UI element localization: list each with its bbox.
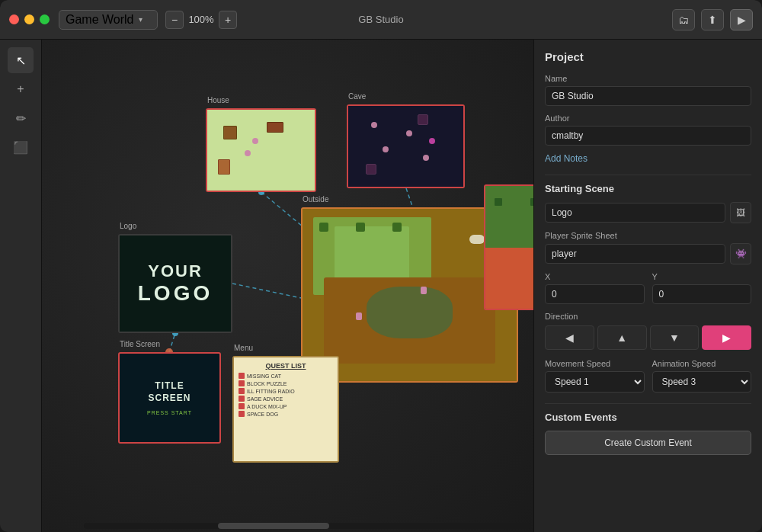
house-scene[interactable]: House bbox=[206, 108, 316, 192]
menu-item-icon bbox=[239, 388, 245, 394]
cursor-icon: ↖ bbox=[16, 53, 26, 68]
player-sprite-field: 👾 bbox=[545, 243, 751, 264]
menu-item-label: SPACE DOG bbox=[247, 412, 278, 417]
cave-label: Cave bbox=[348, 92, 366, 101]
starting-scene-icon-btn[interactable]: 🖼 bbox=[730, 202, 751, 223]
custom-events-title: Custom Events bbox=[545, 412, 751, 423]
zoom-controls: − 100% + bbox=[165, 11, 237, 29]
outside-label: Outside bbox=[303, 195, 328, 204]
create-custom-event-button[interactable]: Create Custom Event bbox=[545, 431, 751, 455]
eraser-icon: ✏ bbox=[16, 111, 26, 126]
play-icon: ▶ bbox=[738, 14, 746, 26]
svg-line-2 bbox=[232, 284, 305, 299]
house-label: House bbox=[207, 96, 229, 104]
menu-item-label: BLOCK PUZZLE bbox=[247, 381, 287, 386]
box-tool-button[interactable]: ⬛ bbox=[8, 134, 34, 160]
minimize-button[interactable] bbox=[24, 14, 34, 24]
add-icon: + bbox=[17, 82, 24, 96]
title-scene[interactable]: Title Screen TITLESCREEN PRESS START bbox=[118, 352, 221, 444]
play-button[interactable]: ▶ bbox=[730, 9, 753, 30]
press-start-text: PRESS START bbox=[147, 410, 192, 415]
select-tool-button[interactable]: ↖ bbox=[8, 47, 34, 73]
add-notes-link[interactable]: Add Notes bbox=[545, 153, 751, 164]
right-panel: Project Name Author Add Notes Starting S… bbox=[533, 40, 762, 532]
world-selector[interactable]: Game World ▾ bbox=[59, 10, 158, 30]
title-content: TITLESCREEN PRESS START bbox=[120, 354, 219, 442]
cave-scene[interactable]: Cave bbox=[347, 104, 465, 188]
export-icon: ⬆ bbox=[708, 14, 717, 26]
starting-scene-input[interactable] bbox=[545, 203, 725, 223]
starting-scene-title: Starting Scene bbox=[545, 183, 751, 194]
animation-speed-label: Animation Speed bbox=[652, 359, 752, 368]
menu-item-label: SAGE ADVICE bbox=[247, 396, 283, 402]
player-sprite-label: Player Sprite Sheet bbox=[545, 231, 751, 240]
add-tool-button[interactable]: + bbox=[8, 76, 34, 102]
box-icon: ⬛ bbox=[13, 140, 28, 155]
logo-logo-text: LOGO bbox=[138, 281, 213, 306]
animation-speed-select[interactable]: Speed 1 Speed 2 Speed 3 Speed 4 Speed 5 bbox=[652, 371, 752, 393]
starting-scene-field: 🖼 bbox=[545, 202, 751, 223]
cave-floor bbox=[348, 106, 463, 187]
author-label: Author bbox=[545, 114, 751, 123]
zoom-value: 100% bbox=[187, 14, 216, 25]
logo-scene[interactable]: Logo YOUR LOGO bbox=[118, 234, 232, 333]
menu-item: A DUCK MIX-UP bbox=[239, 403, 333, 409]
zoom-out-button[interactable]: − bbox=[165, 11, 184, 29]
menu-scene-label: Menu bbox=[234, 344, 253, 352]
canvas-scrollbar[interactable] bbox=[84, 523, 530, 529]
canvas-area[interactable]: House Cave bbox=[42, 40, 533, 532]
main-layout: ↖ + ✏ ⬛ bbox=[0, 40, 762, 532]
y-input[interactable] bbox=[652, 284, 752, 304]
name-input[interactable] bbox=[545, 86, 751, 106]
traffic-lights bbox=[9, 14, 50, 24]
menu-item: SAGE ADVICE bbox=[239, 396, 333, 402]
x-label: X bbox=[545, 272, 645, 281]
menu-item-label: MISSING CAT bbox=[247, 373, 281, 379]
maximize-button[interactable] bbox=[40, 14, 50, 24]
x-field: X bbox=[545, 272, 645, 304]
direction-right-button[interactable]: ▶ bbox=[702, 325, 751, 350]
scrollbar-thumb[interactable] bbox=[218, 523, 330, 529]
divider-2 bbox=[545, 403, 751, 404]
y-label: Y bbox=[652, 272, 752, 281]
x-input[interactable] bbox=[545, 284, 645, 304]
logo-scene-label: Logo bbox=[120, 222, 136, 230]
movement-speed-field: Movement Speed Speed 1 Speed 2 Speed 3 S… bbox=[545, 359, 645, 393]
author-input[interactable] bbox=[545, 126, 751, 146]
close-button[interactable] bbox=[9, 14, 19, 24]
menu-item: BLOCK PUZZLE bbox=[239, 380, 333, 386]
name-label: Name bbox=[545, 74, 751, 83]
menu-item-label: ILL FITTING RADIO bbox=[247, 389, 295, 394]
menu-item: SPACE DOG bbox=[239, 411, 333, 417]
house-floor bbox=[207, 110, 315, 191]
right-partial-scene[interactable] bbox=[484, 184, 533, 310]
titlebar-actions: 🗂 ⬆ ▶ bbox=[672, 9, 753, 30]
direction-down-button[interactable]: ▼ bbox=[650, 325, 700, 350]
eraser-tool-button[interactable]: ✏ bbox=[8, 105, 34, 131]
speed-row: Movement Speed Speed 1 Speed 2 Speed 3 S… bbox=[545, 359, 751, 393]
movement-speed-select[interactable]: Speed 1 Speed 2 Speed 3 Speed 4 Speed 5 bbox=[545, 371, 645, 393]
menu-item: MISSING CAT bbox=[239, 373, 333, 379]
open-folder-button[interactable]: 🗂 bbox=[672, 9, 695, 30]
export-button[interactable]: ⬆ bbox=[701, 9, 724, 30]
menu-item: ILL FITTING RADIO bbox=[239, 388, 333, 394]
zoom-in-button[interactable]: + bbox=[219, 11, 237, 29]
image-icon: 🖼 bbox=[736, 207, 745, 218]
chevron-down-icon: ▾ bbox=[139, 15, 142, 24]
menu-content: QUEST LIST MISSING CAT BLOCK PUZZLE ILL … bbox=[234, 357, 338, 461]
menu-scene[interactable]: Menu QUEST LIST MISSING CAT BLOCK PUZZLE… bbox=[232, 356, 339, 463]
menu-item-icon bbox=[239, 373, 245, 379]
direction-left-button[interactable]: ◀ bbox=[545, 325, 594, 350]
title-main-text: TITLESCREEN bbox=[148, 380, 190, 404]
player-sprite-input[interactable] bbox=[545, 244, 725, 264]
project-title: Project bbox=[545, 50, 751, 63]
player-sprite-icon-btn[interactable]: 👾 bbox=[730, 243, 751, 264]
menu-item-icon bbox=[239, 396, 245, 402]
divider bbox=[545, 175, 751, 175]
app-title: GB Studio bbox=[358, 14, 403, 25]
direction-label: Direction bbox=[545, 312, 751, 321]
direction-up-button[interactable]: ▲ bbox=[597, 325, 647, 350]
game-canvas: House Cave bbox=[42, 40, 533, 532]
direction-grid: ◀ ▲ ▼ ▶ bbox=[545, 325, 751, 350]
titlebar: Game World ▾ − 100% + GB Studio 🗂 ⬆ ▶ bbox=[0, 0, 762, 40]
